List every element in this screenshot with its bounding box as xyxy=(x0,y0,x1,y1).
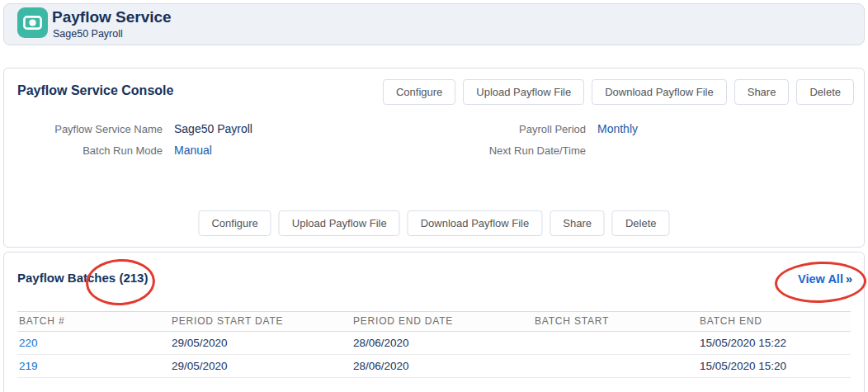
field-value-batch-run-mode: Manual xyxy=(174,144,273,157)
cell-period-start-date: 29/05/2020 xyxy=(170,355,351,378)
batches-title: Payflow Batches (213) xyxy=(17,271,148,285)
table-header-row: BATCH # PERIOD START DATE PERIOD END DAT… xyxy=(17,312,851,332)
batches-title-label: Payflow Batches xyxy=(17,271,116,285)
upload-payflow-file-button-secondary[interactable]: Upload Payflow File xyxy=(279,210,400,236)
col-header-period-start-date: PERIOD START DATE xyxy=(170,312,351,332)
field-value-next-run-date-time xyxy=(597,144,696,157)
download-payflow-file-button-secondary[interactable]: Download Payflow File xyxy=(408,210,543,236)
page-subtitle: Sage50 Payroll xyxy=(53,28,123,40)
field-label: Payroll Period xyxy=(429,123,586,135)
configure-button[interactable]: Configure xyxy=(383,79,455,105)
field-label: Next Run Date/Time xyxy=(429,144,586,157)
field-label: Payflow Service Name xyxy=(21,123,163,135)
col-header-batch-number: BATCH # xyxy=(17,312,170,332)
field-column-right: Payroll Period Monthly Next Run Date/Tim… xyxy=(429,118,696,161)
field-value-payroll-period: Monthly xyxy=(597,122,696,135)
view-all-arrow-icon[interactable]: » xyxy=(846,272,852,286)
col-header-batch-start: BATCH START xyxy=(533,312,698,332)
page-header: Payflow Service Sage50 Payroll xyxy=(3,3,865,45)
console-toolbar-center: Configure Upload Payflow File Download P… xyxy=(198,210,669,236)
cell-batch-start xyxy=(533,332,698,355)
banknote-icon xyxy=(17,7,48,38)
field-payflow-service-name: Payflow Service Name Sage50 Payroll xyxy=(21,118,273,139)
console-title: Payflow Service Console xyxy=(17,83,173,98)
payflow-service-console-card: Payflow Service Console Configure Upload… xyxy=(3,68,865,248)
share-button[interactable]: Share xyxy=(734,79,790,105)
batch-number-link[interactable]: 219 xyxy=(19,360,38,372)
share-button-secondary[interactable]: Share xyxy=(550,210,605,236)
cell-period-end-date: 28/06/2020 xyxy=(351,355,533,378)
cell-period-end-date: 28/06/2020 xyxy=(351,332,533,355)
batches-count: (213) xyxy=(119,271,148,285)
cell-period-start-date: 29/05/2020 xyxy=(170,332,351,355)
cell-batch-end: 15/05/2020 15:22 xyxy=(698,332,851,355)
table-row: 219 29/05/2020 28/06/2020 15/05/2020 15:… xyxy=(17,355,851,378)
delete-button[interactable]: Delete xyxy=(796,79,854,105)
col-header-batch-end: BATCH END xyxy=(698,312,851,332)
batches-table: BATCH # PERIOD START DATE PERIOD END DAT… xyxy=(17,311,851,378)
field-column-left: Payflow Service Name Sage50 Payroll Batc… xyxy=(21,118,273,161)
table-row: 220 29/05/2020 28/06/2020 15/05/2020 15:… xyxy=(17,332,851,355)
field-label: Batch Run Mode xyxy=(21,144,163,157)
delete-button-secondary[interactable]: Delete xyxy=(612,210,670,236)
cell-batch-start xyxy=(533,355,698,378)
field-value-payflow-service-name: Sage50 Payroll xyxy=(174,122,273,135)
configure-button-secondary[interactable]: Configure xyxy=(198,210,271,236)
view-all-link[interactable]: View All» xyxy=(798,272,852,286)
field-next-run-date-time: Next Run Date/Time xyxy=(429,139,696,161)
batch-number-link[interactable]: 220 xyxy=(19,337,38,349)
field-batch-run-mode: Batch Run Mode Manual xyxy=(21,139,273,161)
col-header-period-end-date: PERIOD END DATE xyxy=(351,312,533,332)
download-payflow-file-button[interactable]: Download Payflow File xyxy=(592,79,727,105)
console-toolbar-top: Configure Upload Payflow File Download P… xyxy=(383,79,854,105)
upload-payflow-file-button[interactable]: Upload Payflow File xyxy=(463,79,584,105)
payflow-batches-card: Payflow Batches (213) View All» BATCH # … xyxy=(3,252,865,392)
view-all-label[interactable]: View All xyxy=(798,272,843,286)
cell-batch-end: 15/05/2020 15:20 xyxy=(698,355,851,378)
page-title: Payflow Service xyxy=(52,8,172,26)
field-payroll-period: Payroll Period Monthly xyxy=(429,118,696,139)
